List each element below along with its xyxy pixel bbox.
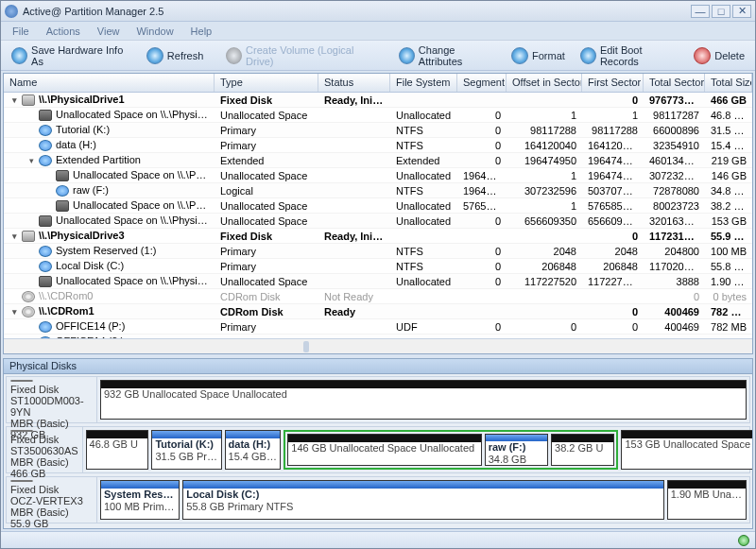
- cd-icon: [22, 306, 35, 317]
- table-row[interactable]: Unallocated Space on \\.\PhysicalDrive1U…: [4, 168, 752, 183]
- table-row[interactable]: ▾Extended PartitionExtendedExtended01964…: [4, 153, 752, 168]
- unallocated-bar[interactable]: 38.2 GB U: [551, 434, 614, 466]
- cell-off: 1: [507, 109, 582, 122]
- table-row[interactable]: Tutorial (K:)PrimaryNTFS0981172889811728…: [4, 123, 752, 138]
- col-name[interactable]: Name: [4, 74, 215, 92]
- cell-type: Primary: [215, 320, 318, 334]
- physical-disk-row[interactable]: Fixed DiskOCZ-VERTEX3MBR (Basic)55.9 GBS…: [6, 476, 750, 523]
- maximize-button[interactable]: □: [712, 5, 730, 18]
- refresh-button[interactable]: Refresh: [140, 43, 211, 68]
- cell-status: [318, 220, 390, 222]
- menu-view[interactable]: View: [90, 24, 128, 39]
- cell-status: [318, 250, 390, 252]
- table-row[interactable]: ▾\\.\PhysicalDrive3Fixed DiskReady, Init…: [4, 229, 752, 244]
- expander-icon[interactable]: ▾: [9, 306, 20, 317]
- col-tsec[interactable]: Total Sectors: [644, 74, 705, 92]
- attrs-button[interactable]: Change Attributes: [392, 41, 503, 71]
- partition-bar[interactable]: Local Disk (C:)55.8 GB Primary NTFS: [182, 480, 663, 520]
- col-status[interactable]: Status: [318, 74, 390, 92]
- cell-off: 0: [507, 320, 582, 334]
- unallocated-bar[interactable]: 153 GB Unallocated Space Unalloca: [621, 430, 752, 470]
- partition-bar[interactable]: System Reserve100 MB Primary: [100, 480, 180, 520]
- expander-icon[interactable]: ▾: [9, 94, 20, 105]
- boot-button[interactable]: Edit Boot Records: [574, 41, 685, 71]
- delete-button[interactable]: Delete: [687, 43, 751, 68]
- app-icon: [5, 5, 18, 18]
- expander-icon[interactable]: ▾: [9, 231, 20, 241]
- extended-partition-group[interactable]: 146 GB Unallocated Space Unallocatedraw …: [284, 430, 618, 470]
- cell-type: CDRom Disk: [215, 305, 318, 318]
- row-name: Unallocated Space on \\.\PhysicalDrive1: [56, 109, 215, 120]
- row-name: Unallocated Space on \\.\PhysicalDrive1: [56, 214, 215, 226]
- cell-first: 1: [582, 109, 644, 122]
- cell-status: Ready, Initialized: [318, 230, 390, 243]
- partition-bar[interactable]: Tutorial (K:)31.5 GB Primar: [151, 430, 221, 470]
- table-row[interactable]: Unallocated Space on \\.\PhysicalDrive1U…: [4, 214, 752, 229]
- bar-subtitle: 46.8 GB U: [87, 438, 148, 451]
- table-row[interactable]: ▾\\.\CDRom1CDRom DiskReady0400469782 MB: [4, 304, 752, 319]
- table-row[interactable]: Unallocated Space on \\.\PhysicalDrive1U…: [4, 108, 752, 123]
- physical-disks-body[interactable]: Fixed DiskST1000DM003-9YNMBR (Basic)932 …: [4, 374, 752, 528]
- table-row[interactable]: System Reserved (1:)PrimaryNTFS020482048…: [4, 244, 752, 259]
- menu-file[interactable]: File: [5, 24, 37, 39]
- cell-tsec: 204800: [644, 245, 705, 258]
- expander-icon[interactable]: ▾: [26, 155, 37, 165]
- col-off[interactable]: Offset in Sectors: [507, 74, 582, 92]
- cell-seg: 0: [457, 320, 507, 334]
- table-row[interactable]: data (H:)PrimaryNTFS01641200401641200403…: [4, 138, 752, 153]
- cell-off: [507, 235, 582, 237]
- col-seg[interactable]: Segment: [457, 74, 507, 92]
- unallocated-bar[interactable]: 932 GB Unallocated Space Unallocated: [100, 380, 747, 420]
- table-row[interactable]: Local Disk (C:)PrimaryNTFS02068482068481…: [4, 259, 752, 274]
- format-button[interactable]: Format: [505, 43, 572, 68]
- col-tsize[interactable]: Total Size: [705, 74, 752, 92]
- close-button[interactable]: ✕: [732, 5, 751, 18]
- status-ok-icon: [738, 535, 749, 546]
- table-row[interactable]: raw (F:)LogicalNTFS196474950307232596503…: [4, 183, 752, 198]
- minimize-button[interactable]: —: [691, 5, 710, 18]
- cell-status: [318, 281, 390, 283]
- disk-icon: [10, 380, 33, 382]
- grid-header[interactable]: Name Type Status File System Segment Off…: [4, 74, 752, 93]
- physical-disk-row[interactable]: Fixed DiskST1000DM003-9YNMBR (Basic)932 …: [6, 376, 750, 423]
- unallocated-bar[interactable]: 146 GB Unallocated Space Unallocated: [287, 434, 481, 466]
- cell-off: 117227520: [507, 275, 582, 288]
- menu-help[interactable]: Help: [183, 24, 220, 39]
- grid-body[interactable]: ▾\\.\PhysicalDrive1Fixed DiskReady, Init…: [4, 93, 752, 338]
- part-icon: [56, 185, 69, 197]
- col-fs[interactable]: File System: [390, 74, 457, 92]
- cell-first: [582, 296, 644, 298]
- menu-actions[interactable]: Actions: [39, 24, 88, 39]
- disk-info: Fixed DiskST1000DM003-9YNMBR (Basic)932 …: [7, 377, 97, 422]
- unallocated-bar[interactable]: 46.8 GB U: [86, 430, 149, 470]
- cell-first: 503707546: [582, 184, 644, 197]
- table-row[interactable]: ▾\\.\PhysicalDrive1Fixed DiskReady, Init…: [4, 93, 752, 108]
- col-type[interactable]: Type: [215, 74, 318, 92]
- table-row[interactable]: Unallocated Space on \\.\PhysicalDrive3U…: [4, 274, 752, 289]
- cell-fs: Unallocated: [390, 109, 457, 122]
- cell-seg: 0: [457, 275, 507, 288]
- unallocated-bar[interactable]: 1.90 MB Unalloc: [667, 480, 747, 520]
- cell-off: 196474950: [507, 154, 582, 167]
- cell-type: CDRom Disk: [215, 290, 318, 303]
- save-button[interactable]: Save Hardware Info As: [5, 41, 138, 71]
- partition-bar[interactable]: data (H:)15.4 GB Primar: [225, 430, 282, 470]
- physical-disk-row[interactable]: Fixed DiskST3500630ASMBR (Basic)466 GB46…: [6, 426, 750, 473]
- cell-first: 98117288: [582, 124, 644, 137]
- menu-window[interactable]: Window: [129, 24, 180, 39]
- cell-type: Primary: [215, 245, 318, 258]
- partition-bar[interactable]: raw (F:)34.8 GB: [485, 434, 548, 466]
- table-row[interactable]: \\.\CDRom0CDRom DiskNot Ready00 bytes: [4, 289, 752, 304]
- cell-seg: 0: [457, 139, 507, 152]
- col-first[interactable]: First Sector: [582, 74, 644, 92]
- format-label: Format: [532, 50, 565, 61]
- bar-title: data (H:): [226, 438, 281, 451]
- table-row[interactable]: Unallocated Space on \\.\PhysicalDrive1U…: [4, 198, 752, 214]
- table-row[interactable]: OFFICE14 (P:)PrimaryUDF000400469782 MB: [4, 319, 752, 335]
- part-icon: [39, 261, 52, 272]
- cell-first: 0: [582, 94, 644, 107]
- cell-seg: [457, 296, 507, 298]
- h-scrollbar[interactable]: [4, 338, 752, 353]
- disk-info: Fixed DiskST3500630ASMBR (Basic)466 GB: [7, 427, 83, 472]
- cell-tsec: 32354910: [644, 139, 705, 152]
